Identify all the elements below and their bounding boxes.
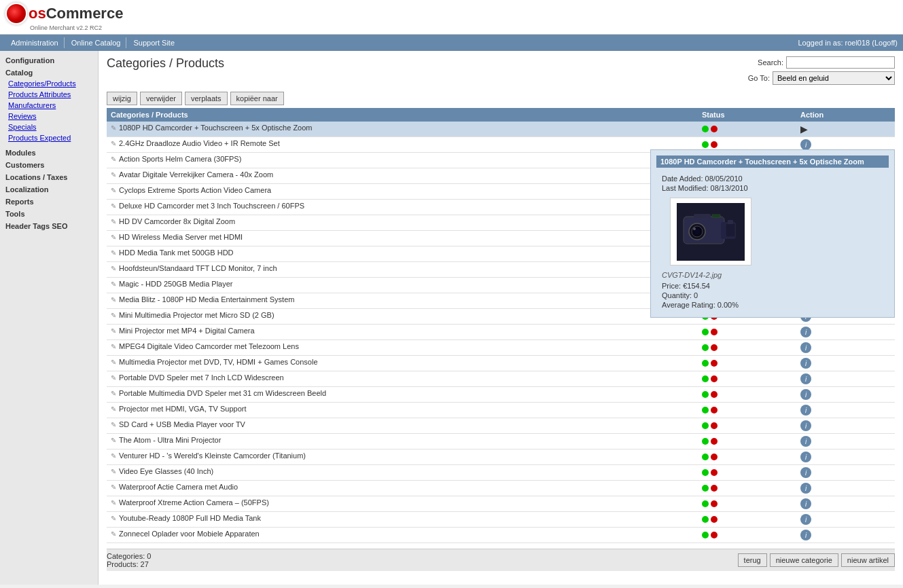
nav-administration[interactable]: Administration xyxy=(5,37,65,48)
edit-pencil-icon[interactable]: ✎ xyxy=(111,124,116,132)
status-dot-red[interactable] xyxy=(711,391,718,398)
status-dot-red[interactable] xyxy=(711,469,718,476)
status-dot-red[interactable] xyxy=(711,360,718,367)
info-icon[interactable]: i xyxy=(800,420,811,431)
status-dot-green[interactable] xyxy=(702,329,709,335)
edit-pencil-icon[interactable]: ✎ xyxy=(111,327,116,335)
play-button[interactable]: ▶ xyxy=(800,124,808,134)
sidebar-item-categories-products[interactable]: Categories/Products xyxy=(0,78,98,89)
verwijder-button[interactable]: verwijder xyxy=(140,92,182,105)
table-row[interactable]: ✎The Atom - Ultra Mini Projectori xyxy=(107,434,895,449)
status-dot-green[interactable] xyxy=(702,360,709,367)
status-dot-green[interactable] xyxy=(702,485,709,492)
sidebar-item-specials[interactable]: Specials xyxy=(0,122,98,132)
edit-pencil-icon[interactable]: ✎ xyxy=(111,530,116,538)
status-dot-red[interactable] xyxy=(711,407,718,414)
info-icon[interactable]: i xyxy=(800,514,811,525)
status-dot-red[interactable] xyxy=(711,500,718,507)
edit-pencil-icon[interactable]: ✎ xyxy=(111,405,116,413)
status-dot-green[interactable] xyxy=(702,469,709,476)
status-dot-red[interactable] xyxy=(711,329,718,335)
sidebar-reports-label[interactable]: Reports xyxy=(0,195,98,207)
edit-pencil-icon[interactable]: ✎ xyxy=(111,171,116,179)
goto-select[interactable]: Beeld en geluid xyxy=(773,71,895,85)
status-dot-green[interactable] xyxy=(702,422,709,429)
edit-pencil-icon[interactable]: ✎ xyxy=(111,390,116,397)
status-dot-red[interactable] xyxy=(711,454,718,460)
edit-pencil-icon[interactable]: ✎ xyxy=(111,296,116,304)
back-button[interactable]: terug xyxy=(738,553,767,567)
kopieer-naar-button[interactable]: kopiëer naar xyxy=(230,92,284,105)
info-icon[interactable]: i xyxy=(800,358,811,369)
info-icon[interactable]: i xyxy=(800,405,811,416)
status-dot-red[interactable] xyxy=(711,422,718,429)
sidebar-item-manufacturers[interactable]: Manufacturers xyxy=(0,100,98,111)
sidebar-modules-label[interactable]: Modules xyxy=(0,146,98,158)
edit-pencil-icon[interactable]: ✎ xyxy=(111,140,116,147)
edit-pencil-icon[interactable]: ✎ xyxy=(111,468,116,475)
table-row[interactable]: ✎Portable DVD Speler met 7 Inch LCD Wide… xyxy=(107,371,895,387)
table-row[interactable]: ✎Projector met HDMI, VGA, TV Supporti xyxy=(107,403,895,418)
edit-pencil-icon[interactable]: ✎ xyxy=(111,312,116,319)
new-category-button[interactable]: nieuwe categorie xyxy=(770,553,838,567)
sidebar-locations-label[interactable]: Locations / Taxes xyxy=(0,170,98,183)
edit-pencil-icon[interactable]: ✎ xyxy=(111,187,116,194)
edit-pencil-icon[interactable]: ✎ xyxy=(111,359,116,366)
edit-pencil-icon[interactable]: ✎ xyxy=(111,234,116,241)
status-dot-green[interactable] xyxy=(702,438,709,445)
sidebar-item-reviews[interactable]: Reviews xyxy=(0,111,98,122)
info-icon[interactable]: i xyxy=(800,436,811,447)
edit-pencil-icon[interactable]: ✎ xyxy=(111,437,116,444)
edit-pencil-icon[interactable]: ✎ xyxy=(111,499,116,507)
edit-pencil-icon[interactable]: ✎ xyxy=(111,249,116,257)
status-dot-green[interactable] xyxy=(702,500,709,507)
table-row[interactable]: ✎Portable Multimedia DVD Speler met 31 c… xyxy=(107,387,895,403)
status-dot-red[interactable] xyxy=(711,438,718,445)
edit-pencil-icon[interactable]: ✎ xyxy=(111,218,116,225)
info-icon[interactable]: i xyxy=(800,498,811,509)
status-dot-green[interactable] xyxy=(702,516,709,523)
status-dot-green[interactable] xyxy=(702,532,709,538)
status-dot-green[interactable] xyxy=(702,126,709,132)
info-icon[interactable]: i xyxy=(800,530,811,540)
edit-pencil-icon[interactable]: ✎ xyxy=(111,202,116,210)
sidebar-localization-label[interactable]: Localization xyxy=(0,183,98,195)
sidebar-customers-label[interactable]: Customers xyxy=(0,158,98,170)
table-row[interactable]: ✎Zonnecel Oplader voor Mobiele Apparaten… xyxy=(107,528,895,543)
status-dot-green[interactable] xyxy=(702,141,709,148)
sidebar-item-products-expected[interactable]: Products Expected xyxy=(0,132,98,143)
edit-pencil-icon[interactable]: ✎ xyxy=(111,265,116,272)
table-row[interactable]: ✎Waterproof Xtreme Action Camera – (50FP… xyxy=(107,496,895,512)
edit-pencil-icon[interactable]: ✎ xyxy=(111,483,116,491)
status-dot-red[interactable] xyxy=(711,485,718,492)
status-dot-green[interactable] xyxy=(702,454,709,460)
sidebar-configuration[interactable]: Configuration xyxy=(0,54,98,66)
status-dot-green[interactable] xyxy=(702,344,709,351)
info-icon[interactable]: i xyxy=(800,389,811,400)
status-dot-green[interactable] xyxy=(702,391,709,398)
info-icon[interactable]: i xyxy=(800,327,811,337)
info-icon[interactable]: i xyxy=(800,342,811,353)
wijzig-button[interactable]: wijzig xyxy=(107,92,137,105)
sidebar-item-products-attributes[interactable]: Products Attributes xyxy=(0,89,98,100)
info-icon[interactable]: i xyxy=(800,452,811,462)
table-row[interactable]: ✎Venturer HD - 's Wereld's Kleinste Camc… xyxy=(107,449,895,465)
edit-pencil-icon[interactable]: ✎ xyxy=(111,452,116,460)
status-dot-red[interactable] xyxy=(711,344,718,351)
table-row[interactable]: ✎Mini Projector met MP4 + Digital Camera… xyxy=(107,325,895,340)
edit-pencil-icon[interactable]: ✎ xyxy=(111,421,116,428)
table-row[interactable]: ✎1080P HD Camcorder + Touchscreen + 5x O… xyxy=(107,122,895,137)
edit-pencil-icon[interactable]: ✎ xyxy=(111,155,116,163)
edit-pencil-icon[interactable]: ✎ xyxy=(111,374,116,382)
verplaats-button[interactable]: verplaats xyxy=(185,92,228,105)
edit-pencil-icon[interactable]: ✎ xyxy=(111,343,116,350)
info-icon[interactable]: i xyxy=(800,483,811,494)
nav-online-catalog[interactable]: Online Catalog xyxy=(66,37,127,48)
table-row[interactable]: ✎Waterproof Actie Camera met Audioi xyxy=(107,481,895,496)
status-dot-red[interactable] xyxy=(711,141,718,148)
table-row[interactable]: ✎Video Eye Glasses (40 Inch)i xyxy=(107,465,895,481)
edit-pencil-icon[interactable]: ✎ xyxy=(111,515,116,522)
search-input[interactable] xyxy=(786,56,895,69)
new-product-button[interactable]: nieuw artikel xyxy=(841,553,895,567)
sidebar-header-tags-label[interactable]: Header Tags SEO xyxy=(0,219,98,232)
